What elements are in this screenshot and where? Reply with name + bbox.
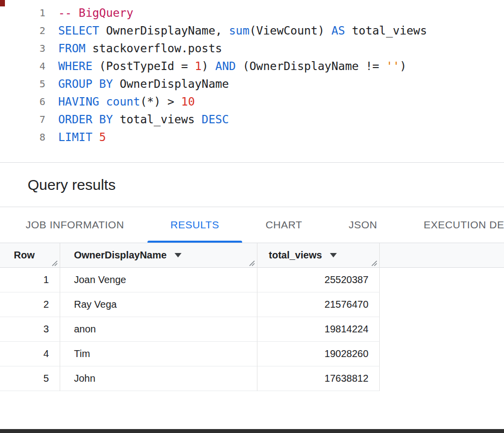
cell-row-number: 5 [0,366,60,391]
cell-filler [380,317,504,342]
column-header-filler [380,243,504,267]
code-token: GROUP BY [58,77,113,90]
code-token: total_views [345,24,427,37]
code-token: (OwnerDisplayName != [236,60,386,72]
tab-label: RESULTS [171,219,219,231]
column-header-row[interactable]: Row [0,243,60,267]
cell-row-number: 4 [0,342,60,366]
cell-owner-display-name: anon [60,317,257,342]
sort-dropdown-icon[interactable] [175,253,181,257]
cell-owner-display-name: John [60,366,257,391]
code-token: AS [331,24,345,37]
code-line[interactable]: 8 LIMIT 5 [0,128,504,146]
code-token: ) [399,60,406,72]
code-line[interactable]: 6 HAVING count(*) > 10 [0,93,504,110]
column-resize-grip[interactable] [370,259,377,266]
line-number: 3 [0,39,45,57]
code-token: '' [386,60,400,72]
code-line[interactable]: 7 ORDER BY total_views DESC [0,110,504,128]
code-token: ORDER BY [58,113,113,126]
code-token: (PostTypeId = [92,60,195,72]
code-token: total_views [113,113,202,126]
cell-owner-display-name: Joan Venge [60,268,257,292]
code-token: -- BigQuery [58,6,133,19]
cell-filler [380,292,504,317]
bottom-panel-edge [0,429,504,433]
tab-chart[interactable]: CHART [242,207,325,243]
code-token: 5 [99,131,106,144]
table-row[interactable]: 2 Ray Vega 21576470 [0,292,504,317]
code-text: ORDER BY total_views DESC [45,110,229,128]
code-text: HAVING count(*) > 10 [45,93,195,110]
line-number: 8 [0,128,45,146]
column-resize-grip[interactable] [248,259,255,266]
table-header-row: Row OwnerDisplayName total_views [0,243,504,268]
tab-results[interactable]: RESULTS [147,207,243,243]
code-token: WHERE [58,60,92,72]
code-token: SELECT [58,24,99,37]
results-tabbar: JOB INFORMATION RESULTS CHART JSON EXECU… [0,207,504,243]
column-label: Row [14,250,35,261]
code-text: GROUP BY OwnerDisplayName [45,75,229,93]
code-token: (*) > [140,95,181,108]
code-token: OwnerDisplayName [113,77,229,90]
line-number: 6 [0,93,45,110]
cell-filler [380,366,504,391]
results-table: Row OwnerDisplayName total_views 1 Joan … [0,243,504,391]
table-row[interactable]: 1 Joan Venge 25520387 [0,268,504,292]
code-token: HAVING [58,95,99,108]
tab-json[interactable]: JSON [325,207,400,243]
cell-total-views: 25520387 [257,268,380,292]
tab-job-information[interactable]: JOB INFORMATION [2,207,147,243]
code-token: 1 [195,60,202,72]
cell-total-views: 17638812 [257,366,380,391]
sql-editor[interactable]: 1 -- BigQuery 2 SELECT OwnerDisplayName,… [0,0,504,163]
line-number: 1 [0,4,45,22]
cell-total-views: 19028260 [257,342,380,366]
cell-owner-display-name: Ray Vega [60,292,257,317]
line-number: 4 [0,57,45,75]
code-token: (ViewCount) [250,24,331,37]
cell-owner-display-name: Tim [60,342,257,366]
column-header-total-views[interactable]: total_views [257,243,380,267]
table-row[interactable]: 3 anon 19814224 [0,317,504,342]
code-text: WHERE (PostTypeId = 1) AND (OwnerDisplay… [45,57,406,75]
code-token: OwnerDisplayName, [99,24,229,37]
line-number: 2 [0,22,45,39]
tab-execution-details[interactable]: EXECUTION DETAILS [400,207,504,243]
cell-row-number: 3 [0,317,60,342]
line-number: 5 [0,75,45,93]
code-text: LIMIT 5 [45,128,106,146]
cell-total-views: 19814224 [257,317,380,342]
cell-row-number: 1 [0,268,60,292]
code-line[interactable]: 3 FROM stackoverflow.posts [0,39,504,57]
tab-label: CHART [265,219,302,231]
code-line[interactable]: 1 -- BigQuery [0,4,504,22]
code-token: FROM [58,42,85,55]
code-line[interactable]: 5 GROUP BY OwnerDisplayName [0,75,504,93]
code-token: AND [216,60,236,72]
code-token: stackoverflow.posts [85,42,222,55]
code-token [92,131,99,144]
tab-label: EXECUTION DETAILS [424,219,504,231]
code-token: count [106,95,140,108]
code-line[interactable]: 2 SELECT OwnerDisplayName, sum(ViewCount… [0,22,504,39]
code-token: sum [229,24,250,37]
code-text: FROM stackoverflow.posts [45,39,222,57]
sort-dropdown-icon[interactable] [330,253,337,257]
cell-filler [380,268,504,292]
table-row[interactable]: 5 John 17638812 [0,366,504,391]
column-label: OwnerDisplayName [74,250,167,261]
table-row[interactable]: 4 Tim 19028260 [0,342,504,366]
code-token: ) [202,60,216,72]
code-token: 10 [181,95,195,108]
column-header-ownerdisplayname[interactable]: OwnerDisplayName [60,243,257,267]
cell-row-number: 2 [0,292,60,317]
query-results-title: Query results [28,177,115,193]
code-line[interactable]: 4 WHERE (PostTypeId = 1) AND (OwnerDispl… [0,57,504,75]
column-label: total_views [269,250,322,261]
tab-label: JOB INFORMATION [26,219,124,231]
line-number: 7 [0,110,45,128]
column-resize-grip[interactable] [50,259,58,266]
cell-total-views: 21576470 [257,292,380,317]
